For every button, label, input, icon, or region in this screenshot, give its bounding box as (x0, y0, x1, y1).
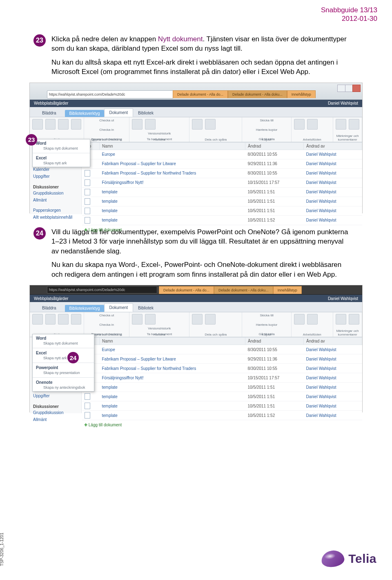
site-actions[interactable]: Webbplatsåtgärder (34, 296, 68, 301)
sidebar-tasks[interactable]: Uppgifter (32, 392, 81, 399)
doc-name[interactable]: Försäljningssiffror Nytt! (100, 373, 245, 383)
doc-name[interactable]: template (100, 197, 245, 206)
sidebar-general[interactable]: Allmänt (32, 416, 81, 423)
tab-document[interactable]: Dokument (104, 303, 134, 312)
table-row[interactable]: template10/5/2011 1:52Daniel Wahlqvist (82, 411, 362, 420)
doc-name[interactable]: template (100, 383, 245, 392)
user-name[interactable]: Daniel Wahlqvist (328, 101, 358, 105)
sidebar-allcontent[interactable]: Allt webbplatsinnehåll (32, 214, 81, 221)
view-icon[interactable] (132, 314, 143, 325)
editprops-icon[interactable] (145, 119, 156, 130)
address-bar[interactable]: https://wahlqvist.sharepoint.com/Delade%… (47, 90, 174, 99)
doc-author[interactable]: Daniel Wahlqvist (304, 150, 362, 159)
add-document-link[interactable]: Lägg till dokument (82, 225, 362, 235)
doc-name[interactable]: template (100, 401, 245, 411)
version-label[interactable]: Versionshistorik (132, 132, 187, 135)
doc-author[interactable]: Daniel Wahlqvist (304, 364, 362, 373)
edit-icon[interactable] (71, 314, 82, 325)
tags-icon[interactable] (349, 314, 359, 325)
doc-name[interactable]: template (100, 187, 245, 197)
tab-library[interactable]: Bibliotek (133, 304, 158, 312)
managecopies-label[interactable]: Hantera kopior (245, 323, 288, 327)
sidebar-general[interactable]: Allmänt (32, 197, 81, 204)
tab-browse[interactable]: Bläddra (37, 109, 61, 117)
checkout-label[interactable]: Checka ut (87, 119, 127, 122)
table-row[interactable]: template10/5/2011 1:52Daniel Wahlqvist (82, 215, 362, 225)
new-doc-dropdown-full[interactable]: Word Skapa nytt dokument Excel Skapa nyt… (32, 334, 94, 392)
doc-name[interactable]: template (100, 215, 245, 225)
doc-name[interactable]: template (100, 411, 245, 420)
upload-icon[interactable] (45, 314, 56, 325)
browser-tab[interactable]: Delade dokument - Alla doku... (214, 286, 273, 294)
col-name[interactable]: Namn (100, 142, 245, 150)
folder-icon[interactable] (58, 314, 69, 325)
publish-icon[interactable] (307, 314, 318, 325)
upload-icon[interactable] (45, 119, 56, 130)
table-row[interactable]: template10/5/2011 1:51Daniel Wahlqvist (82, 392, 362, 401)
alert-icon[interactable] (205, 119, 216, 130)
tab-document[interactable]: Dokument (104, 108, 134, 117)
publish-icon[interactable] (307, 119, 318, 130)
doc-author[interactable]: Daniel Wahlqvist (304, 411, 362, 420)
checkin-label[interactable]: Checka in (87, 128, 127, 132)
tab-browse[interactable]: Bläddra (37, 304, 61, 312)
tab-context[interactable]: Biblioteksverktyg (65, 305, 104, 312)
table-row[interactable]: template10/5/2011 1:51Daniel Wahlqvist (82, 206, 362, 215)
editprops-icon[interactable] (145, 314, 156, 325)
like-icon[interactable] (336, 119, 346, 130)
workflow-icon[interactable] (294, 119, 305, 130)
doc-author[interactable]: Daniel Wahlqvist (304, 197, 362, 206)
browser-tab[interactable]: Delade dokument - Alla doku... (228, 90, 287, 98)
tags-icon[interactable] (349, 119, 359, 130)
workflow-icon[interactable] (294, 314, 305, 325)
col-modified[interactable]: Ändrad (245, 338, 304, 345)
doc-name[interactable]: Försäljningssiffror Nytt! (100, 178, 245, 187)
new-doc-dropdown[interactable]: Word Skapa nytt dokument Excel Skapa nyt… (32, 139, 90, 167)
address-bar[interactable]: https://wahlqvist.sharepoint.com/Delade%… (47, 286, 157, 293)
table-row[interactable]: template10/5/2011 1:51Daniel Wahlqvist (82, 197, 362, 206)
site-actions[interactable]: Webbplatsåtgärder (34, 101, 68, 105)
sendto-label[interactable]: Skicka till (245, 119, 288, 122)
table-row[interactable]: Försäljningssiffror Nytt!10/15/2011 17:5… (82, 373, 362, 383)
alert-icon[interactable] (205, 314, 216, 325)
table-row[interactable]: Fabrikam Proposal – Supplier for Northwi… (82, 364, 362, 373)
doc-author[interactable]: Daniel Wahlqvist (304, 345, 362, 354)
checkout-label[interactable]: Checka ut (87, 314, 127, 317)
doc-author[interactable]: Daniel Wahlqvist (304, 168, 362, 178)
email-icon[interactable] (192, 314, 203, 325)
doc-author[interactable]: Daniel Wahlqvist (304, 383, 362, 392)
doc-author[interactable]: Daniel Wahlqvist (304, 178, 362, 187)
folder-icon[interactable] (58, 119, 69, 130)
edit-icon[interactable] (71, 119, 82, 130)
browser-tabs[interactable]: Delade dokument - Alla do... Delade doku… (173, 90, 316, 98)
table-row[interactable]: Europe8/30/2011 10:55Daniel Wahlqvist (82, 345, 362, 354)
doc-author[interactable]: Daniel Wahlqvist (304, 401, 362, 411)
browser-tab[interactable]: Delade dokument - Alla do... (173, 90, 228, 98)
col-name[interactable]: Namn (100, 338, 245, 345)
browser-tab[interactable]: Innehållstyp (273, 286, 302, 294)
user-name[interactable]: Daniel Wahlqvist (328, 296, 358, 301)
col-author[interactable]: Ändrad av (304, 338, 362, 345)
dd-ppt[interactable]: Powerpoint (33, 364, 94, 371)
tab-library[interactable]: Bibliotek (133, 109, 158, 117)
view-icon[interactable] (132, 119, 143, 130)
add-document-link[interactable]: Lägg till dokument (82, 420, 362, 430)
doc-name[interactable]: template (100, 392, 245, 401)
doc-author[interactable]: Daniel Wahlqvist (304, 373, 362, 383)
managecopies-label[interactable]: Hantera kopior (245, 128, 288, 132)
doc-author[interactable]: Daniel Wahlqvist (304, 159, 362, 168)
doc-name[interactable]: Europe (100, 150, 245, 159)
table-row[interactable]: Fabrikam Proposal – Supplier for Northwi… (82, 168, 362, 178)
col-author[interactable]: Ändrad av (304, 142, 362, 150)
new-doc-icon[interactable] (32, 119, 43, 130)
col-modified[interactable]: Ändrad (245, 142, 304, 150)
table-row[interactable]: Fabrikam Proposal – Supplier for Litware… (82, 159, 362, 168)
window-controls[interactable] (338, 85, 361, 92)
table-row[interactable]: template10/5/2011 1:51Daniel Wahlqvist (82, 401, 362, 411)
dd-excel[interactable]: Excel (33, 349, 94, 356)
doc-name[interactable]: Fabrikam Proposal – Supplier for Litware (100, 354, 245, 364)
doc-name[interactable]: Fabrikam Proposal – Supplier for Northwi… (100, 168, 245, 178)
doc-name[interactable]: Europe (100, 345, 245, 354)
dd-one[interactable]: Onenote (33, 378, 94, 385)
tab-context[interactable]: Biblioteksverktyg (65, 110, 104, 117)
